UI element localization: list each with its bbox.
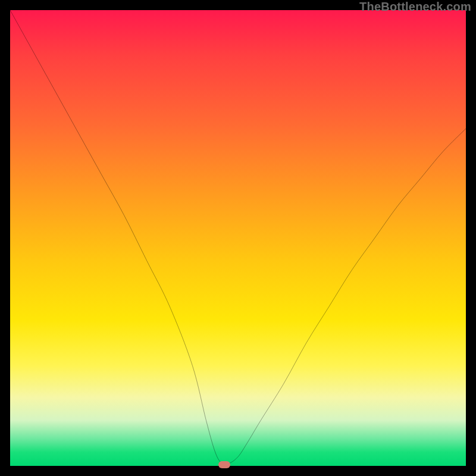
minimum-marker <box>218 461 230 468</box>
curve-path <box>10 10 466 465</box>
chart-frame: TheBottleneck.com <box>0 0 476 476</box>
bottleneck-curve <box>10 10 466 466</box>
watermark-text: TheBottleneck.com <box>359 0 471 14</box>
